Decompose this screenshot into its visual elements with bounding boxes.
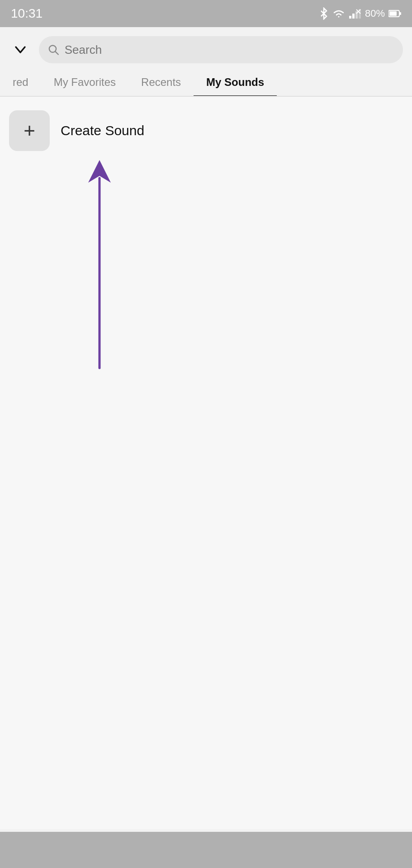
- status-time: 10:31: [11, 6, 43, 21]
- annotation-arrow: [72, 151, 127, 377]
- svg-rect-1: [352, 14, 355, 19]
- bottom-bar: [0, 832, 412, 868]
- bluetooth-icon: [319, 7, 329, 20]
- status-bar: 10:31 80%: [0, 0, 412, 27]
- svg-rect-7: [389, 11, 397, 16]
- annotation-arrow-container: [9, 151, 403, 377]
- search-icon: [48, 44, 59, 56]
- tabs-bar: red My Favorites Recents My Sounds: [0, 69, 412, 97]
- battery-text: 80%: [365, 8, 385, 19]
- svg-line-10: [55, 52, 58, 55]
- svg-rect-8: [400, 12, 401, 15]
- header: [0, 27, 412, 63]
- search-input[interactable]: [65, 43, 394, 57]
- battery-icon: [388, 9, 401, 18]
- tab-my-sounds[interactable]: My Sounds: [194, 69, 277, 96]
- svg-rect-0: [349, 16, 351, 19]
- dropdown-button[interactable]: [9, 38, 32, 61]
- wifi-icon: [332, 9, 345, 19]
- search-bar[interactable]: [39, 36, 403, 63]
- tab-recents[interactable]: Recents: [128, 69, 194, 96]
- chevron-down-icon: [12, 42, 28, 58]
- status-icons: 80%: [319, 7, 401, 20]
- tab-my-favorites[interactable]: My Favorites: [41, 69, 128, 96]
- create-sound-button[interactable]: + Create Sound: [9, 110, 403, 151]
- tab-featured[interactable]: red: [0, 69, 41, 96]
- create-sound-label: Create Sound: [61, 123, 144, 138]
- main-content: + Create Sound: [0, 97, 412, 829]
- create-sound-icon: +: [9, 110, 50, 151]
- signal-icon: [349, 9, 361, 19]
